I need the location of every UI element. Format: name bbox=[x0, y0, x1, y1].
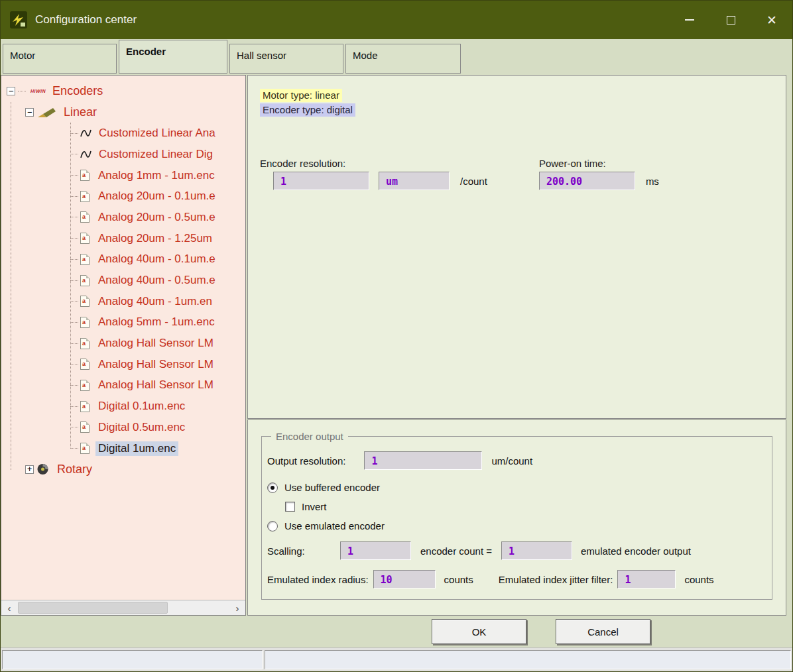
tree-item-label: Customized Linear Dig bbox=[96, 147, 215, 162]
emulated-index-jitter-filter-label: Emulated index jitter filter: bbox=[499, 574, 613, 585]
tree-item[interactable]: Customized Linear Ana bbox=[1, 123, 245, 144]
emulated-index-radius-input[interactable]: 10 bbox=[373, 570, 436, 588]
close-button[interactable]: ✕ bbox=[751, 1, 792, 39]
radio-emulated-icon[interactable] bbox=[267, 521, 278, 532]
tree-item-label: Analog 5mm - 1um.enc bbox=[95, 315, 217, 329]
encoder-resolution-group: Encoder resolution: 1 um /count bbox=[260, 158, 487, 190]
per-count-label: /count bbox=[460, 176, 487, 187]
minimize-button[interactable] bbox=[669, 1, 710, 39]
invert-checkbox[interactable] bbox=[285, 502, 295, 512]
scroll-right-icon[interactable]: › bbox=[229, 600, 245, 615]
invert-option[interactable]: Invert bbox=[285, 501, 765, 512]
tree-horizontal-scrollbar[interactable]: ‹ › bbox=[1, 600, 245, 615]
tab-motor[interactable]: Motor bbox=[3, 44, 117, 74]
tree-item-rotary[interactable]: + Rotary bbox=[1, 459, 245, 480]
tree-item[interactable]: Analog 5mm - 1um.enc bbox=[1, 312, 245, 333]
encoder-output-panel: Encoder output Output resolution: 1 um/c… bbox=[247, 420, 786, 616]
collapse-toggle-icon[interactable]: − bbox=[7, 87, 15, 95]
motor-type-text: Motor type: linear bbox=[260, 89, 342, 102]
tree-item[interactable]: Analog Hall Sensor LM bbox=[1, 375, 245, 396]
tree-item-encoders[interactable]: − HIWIN Encoders bbox=[1, 81, 245, 102]
radio-buffered-icon[interactable] bbox=[267, 482, 278, 493]
expand-toggle-icon[interactable]: + bbox=[25, 465, 34, 474]
maximize-button[interactable] bbox=[710, 1, 751, 39]
maximize-icon bbox=[727, 16, 735, 25]
tree-item-label: Analog 40um - 0.5um.e bbox=[95, 273, 218, 288]
tree-item-label: Encoders bbox=[50, 84, 105, 99]
emulated-index-radius-label: Emulated index radius: bbox=[267, 574, 369, 585]
collapse-toggle-icon[interactable]: − bbox=[25, 108, 34, 117]
encoder-file-icon bbox=[80, 421, 90, 433]
resolution-row: Encoder resolution: 1 um /count Power-on… bbox=[260, 158, 774, 190]
encoder-file-icon bbox=[80, 317, 90, 328]
tree-item[interactable]: Analog 40um - 0.5um.e bbox=[1, 270, 245, 291]
output-resolution-input[interactable]: 1 bbox=[364, 451, 482, 470]
tree-item-linear[interactable]: − Linear bbox=[1, 102, 245, 123]
tree-item-label: Analog 40um - 1um.en bbox=[95, 294, 215, 309]
tree-item-label: Analog 40um - 0.1um.e bbox=[95, 252, 218, 266]
power-on-time-group: Power-on time: 200.00 ms bbox=[539, 158, 659, 190]
output-resolution-row: Output resolution: 1 um/count bbox=[267, 451, 765, 470]
custom-encoder-signal-icon bbox=[80, 150, 91, 159]
tree-item-label: Digital 1um.enc bbox=[95, 441, 178, 456]
tree-connector bbox=[70, 217, 78, 217]
tree-connector bbox=[70, 406, 78, 407]
jitter-unit-label: counts bbox=[684, 574, 713, 585]
configuration-center-window: Configuration center ✕ Motor Encoder Hal… bbox=[0, 0, 793, 672]
use-buffered-encoder-option[interactable]: Use buffered encoder bbox=[267, 482, 765, 493]
window-title: Configuration center bbox=[35, 13, 137, 27]
tree-connector bbox=[70, 175, 78, 176]
scaling-encoder-count-input[interactable]: 1 bbox=[340, 541, 411, 560]
ms-label: ms bbox=[646, 176, 659, 187]
window-controls: ✕ bbox=[669, 1, 792, 39]
invert-label: Invert bbox=[302, 501, 327, 512]
encoder-file-icon bbox=[80, 254, 90, 265]
scaling-emulated-input[interactable]: 1 bbox=[501, 541, 572, 560]
ok-button[interactable]: OK bbox=[432, 619, 526, 644]
tree-item[interactable]: Analog Hall Sensor LM bbox=[1, 354, 245, 375]
encoder-resolution-input[interactable]: 1 bbox=[273, 172, 369, 190]
output-resolution-unit-label: um/count bbox=[491, 455, 532, 467]
close-icon: ✕ bbox=[766, 14, 777, 27]
tab-hall-sensor[interactable]: Hall sensor bbox=[229, 44, 343, 74]
encoder-file-icon bbox=[80, 233, 90, 244]
power-on-time-input[interactable]: 200.00 bbox=[539, 172, 635, 190]
linear-brush-icon bbox=[36, 107, 56, 119]
tree-item[interactable]: Analog 20um - 0.5um.e bbox=[1, 207, 245, 228]
tree-connector bbox=[70, 427, 78, 427]
tree-item-label: Analog Hall Sensor LM bbox=[95, 378, 216, 392]
tree-item[interactable]: Digital 0.5um.enc bbox=[1, 417, 245, 438]
index-radius-unit-label: counts bbox=[444, 574, 473, 585]
tree-item-label: Analog 1mm - 1um.enc bbox=[95, 168, 217, 183]
scroll-thumb[interactable] bbox=[18, 602, 168, 614]
tree-item-label: Customized Linear Ana bbox=[96, 126, 218, 140]
tree-item[interactable]: Analog 40um - 0.1um.e bbox=[1, 249, 245, 270]
encoder-resolution-unit-input[interactable]: um bbox=[379, 172, 450, 190]
scaling-label: Scalling: bbox=[267, 545, 340, 557]
tree-item[interactable]: Analog 40um - 1um.en bbox=[1, 291, 245, 312]
encoder-count-equals-label: encoder count = bbox=[420, 545, 492, 557]
emulated-index-jitter-filter-input[interactable]: 1 bbox=[617, 570, 676, 588]
tab-mode[interactable]: Mode bbox=[345, 44, 461, 74]
cancel-button[interactable]: Cancel bbox=[556, 619, 650, 644]
tree-item[interactable]: Analog 1mm - 1um.enc bbox=[1, 165, 245, 186]
tree-item[interactable]: Analog 20um - 1.25um bbox=[1, 228, 245, 249]
encoder-file-icon bbox=[80, 296, 90, 307]
encoder-file-icon bbox=[80, 338, 90, 349]
tree-item[interactable]: Customized Linear Dig bbox=[1, 144, 245, 165]
minimize-icon bbox=[685, 19, 694, 21]
main-area: − HIWIN Encoders − Linear bbox=[1, 74, 792, 616]
scroll-track[interactable] bbox=[17, 600, 229, 615]
rotary-motor-icon bbox=[36, 463, 50, 475]
use-emulated-encoder-option[interactable]: Use emulated encoder bbox=[267, 520, 765, 532]
tree-item-selected[interactable]: Digital 1um.enc bbox=[1, 438, 245, 459]
tree-item[interactable]: Analog 20um - 0.1um.e bbox=[1, 186, 245, 207]
tree-item-label: Analog Hall Sensor LM bbox=[95, 357, 216, 372]
tree-connector bbox=[70, 322, 78, 323]
encoder-file-icon bbox=[80, 170, 90, 181]
tree-item[interactable]: Digital 0.1um.enc bbox=[1, 396, 245, 417]
tab-encoder[interactable]: Encoder bbox=[119, 40, 227, 74]
scroll-left-icon[interactable]: ‹ bbox=[1, 600, 17, 615]
tree-connector bbox=[70, 448, 78, 449]
tree-item[interactable]: Analog Hall Sensor LM bbox=[1, 333, 245, 354]
